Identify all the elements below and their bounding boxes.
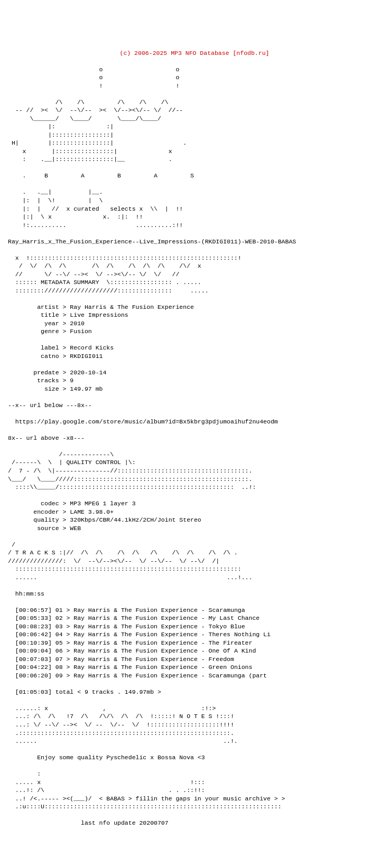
url-label-below: 8x-- url above -x8--- bbox=[8, 435, 85, 441]
last-update: last nfo update 20200707 bbox=[81, 819, 169, 826]
track-2: [00:05:33] 02 > Ray Harris & The Fusion … bbox=[8, 615, 260, 621]
quality-quality: quality > 320Kbps/CBR/44.1kHz/2CH/Joint … bbox=[8, 516, 201, 523]
metadata-box-top: x !:::::::::::::::::::::::::::::::::::::… bbox=[8, 254, 242, 294]
tracks-box-top: / / T R A C K S :|// /\ /\ /\ /\ /\ /\ /… bbox=[8, 541, 252, 581]
url-label-above: --x-- url below ---8x-- bbox=[8, 402, 92, 409]
url-link[interactable]: https://play.google.com/store/music/albu… bbox=[15, 418, 278, 425]
release-name: Ray_Harris_x_The_Fusion_Experience--Live… bbox=[8, 238, 296, 245]
metadata-catno: catno > RKDIGI011 bbox=[8, 353, 103, 360]
track-8: [00:04:22] 08 > Ray Harris & The Fusion … bbox=[8, 664, 252, 671]
track-9: [00:06:20] 09 > Ray Harris & The Fusion … bbox=[8, 672, 267, 679]
footer-ascii: : ..... x !::: ...!: /\ . . .::!!: ..! /… bbox=[8, 770, 285, 810]
metadata-predate: predate > 2020-10-14 bbox=[8, 369, 106, 376]
notes-box-top: ......: x , :!:> ...: /\ /\ !7 /\ /\/\ /… bbox=[8, 705, 238, 744]
notes-text: Enjoy some quality Pyschedelic x Bossa N… bbox=[37, 754, 205, 761]
track-1: [00:06:57] 01 > Ray Harris & The Fusion … bbox=[8, 607, 245, 614]
metadata-label: label > Record Kicks bbox=[8, 344, 114, 351]
quality-source: source > WEB bbox=[8, 525, 81, 532]
tracks-total: [01:05:03] total < 9 tracks . 149.97mb > bbox=[15, 688, 161, 695]
metadata-year: year > 2010 bbox=[8, 320, 85, 327]
track-3: [00:08:23] 03 > Ray Harris & The Fusion … bbox=[8, 623, 245, 630]
track-7: [00:07:03] 07 > Ray Harris & The Fusion … bbox=[8, 656, 234, 663]
quality-box-top: /-------------\ /------\ \ | QUALITY CON… bbox=[8, 451, 256, 490]
quality-encoder: encoder > LAME 3.98.0+ bbox=[8, 508, 114, 515]
track-4: [00:06:42] 04 > Ray Harris & The Fusion … bbox=[8, 631, 271, 638]
metadata-genre: genre > Fusion bbox=[8, 328, 92, 335]
track-6: [00:09:04] 06 > Ray Harris & The Fusion … bbox=[8, 647, 256, 654]
metadata-size: size > 149.97 mb bbox=[8, 385, 103, 392]
metadata-title: title > Live Impressions bbox=[8, 312, 128, 318]
tracks-header: hh:mm:ss bbox=[15, 590, 44, 597]
track-5: [00:10:39] 05 > Ray Harris & The Fusion … bbox=[8, 639, 252, 646]
metadata-tracks: tracks > 9 bbox=[8, 377, 73, 384]
metadata-artist: artist > Ray Harris & The Fusion Experie… bbox=[8, 304, 194, 310]
nfo-content: (c) 2006-2025 MP3 NFO Database [nfodb.ru… bbox=[8, 41, 381, 827]
copyright-header: (c) 2006-2025 MP3 NFO Database [nfodb.ru… bbox=[8, 49, 381, 58]
ascii-logo: o o o o ! ! /\ /\ /\ /\ /\ -- // >< \/ -… bbox=[8, 66, 194, 229]
quality-codec: codec > MP3 MPEG 1 layer 3 bbox=[8, 500, 136, 507]
